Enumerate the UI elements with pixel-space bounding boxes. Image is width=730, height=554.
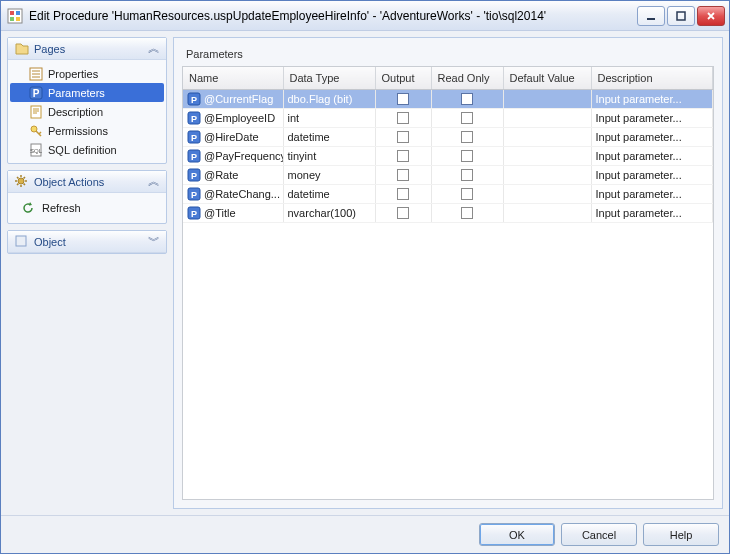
expand-icon: ︾ [148,233,160,250]
gear-icon [14,174,30,190]
svg-text:P: P [191,114,197,124]
cancel-button[interactable]: Cancel [561,523,637,546]
sidebar-item-label: Parameters [48,87,105,99]
output-checkbox[interactable] [380,169,427,181]
param-default [503,127,591,146]
readonly-checkbox[interactable] [436,150,499,162]
param-name: @Title [204,207,236,219]
pages-icon [14,41,30,57]
col-datatype[interactable]: Data Type [283,67,375,89]
col-output[interactable]: Output [375,67,431,89]
svg-text:P: P [191,171,197,181]
output-checkbox[interactable] [380,131,427,143]
sidebar-item-sql-definition[interactable]: SQL SQL definition [10,140,164,159]
param-datatype: datetime [283,184,375,203]
minimize-button[interactable] [637,6,665,26]
col-defaultvalue[interactable]: Default Value [503,67,591,89]
output-checkbox[interactable] [380,112,427,124]
param-name: @Rate [204,169,238,181]
svg-rect-4 [16,17,20,21]
sidebar-item-permissions[interactable]: Permissions [10,121,164,140]
object-panel-header[interactable]: Object ︾ [8,231,166,253]
col-description[interactable]: Description [591,67,713,89]
table-row[interactable]: P@RateChang...datetimeInput parameter... [183,184,713,203]
param-default [503,146,591,165]
svg-rect-3 [10,17,14,21]
readonly-checkbox[interactable] [436,169,499,181]
table-row[interactable]: P@RatemoneyInput parameter... [183,165,713,184]
object-actions-label: Object Actions [34,176,148,188]
parameter-icon: P [187,130,201,144]
pages-tree: Properties P Parameters Description Perm… [8,60,166,163]
table-row[interactable]: P@EmployeeIDintInput parameter... [183,108,713,127]
param-description: Input parameter... [591,127,713,146]
param-default [503,203,591,222]
table-row[interactable]: P@Titlenvarchar(100)Input parameter... [183,203,713,222]
permissions-icon [28,123,44,139]
svg-point-14 [18,178,24,184]
object-actions-panel: Object Actions ︽ Refresh [7,170,167,224]
object-panel-label: Object [34,236,148,248]
svg-rect-15 [16,236,26,246]
param-description: Input parameter... [591,184,713,203]
parameters-table[interactable]: Name Data Type Output Read Only Default … [183,67,713,223]
sidebar-item-label: SQL definition [48,144,117,156]
parameter-icon: P [187,168,201,182]
parameter-icon: P [187,206,201,220]
help-button[interactable]: Help [643,523,719,546]
param-name: @CurrentFlag [204,93,273,105]
svg-rect-10 [31,106,41,118]
svg-rect-6 [677,12,685,20]
svg-text:P: P [191,133,197,143]
col-readonly[interactable]: Read Only [431,67,503,89]
object-actions-header[interactable]: Object Actions ︽ [8,171,166,193]
col-name[interactable]: Name [183,67,283,89]
svg-text:P: P [191,95,197,105]
sidebar-item-description[interactable]: Description [10,102,164,121]
sidebar: Pages ︽ Properties P Parameters Descript… [7,37,167,509]
sidebar-item-parameters[interactable]: P Parameters [10,83,164,102]
readonly-checkbox[interactable] [436,131,499,143]
param-datatype: dbo.Flag (bit) [283,89,375,108]
param-name: @EmployeeID [204,112,275,124]
readonly-checkbox[interactable] [436,93,499,105]
param-description: Input parameter... [591,146,713,165]
svg-text:P: P [191,152,197,162]
description-icon [28,104,44,120]
param-datatype: int [283,108,375,127]
action-label: Refresh [42,202,81,214]
readonly-checkbox[interactable] [436,207,499,219]
output-checkbox[interactable] [380,207,427,219]
pages-panel-label: Pages [34,43,148,55]
table-row[interactable]: P@PayFrequencytinyintInput parameter... [183,146,713,165]
parameter-icon: P [187,149,201,163]
svg-text:P: P [191,209,197,219]
param-datatype: datetime [283,127,375,146]
param-datatype: tinyint [283,146,375,165]
main-pane: Parameters Name Data Type Output Read On… [173,37,723,509]
titlebar[interactable]: Edit Procedure 'HumanResources.uspUpdate… [1,1,729,31]
close-button[interactable] [697,6,725,26]
sql-icon: SQL [28,142,44,158]
param-default [503,108,591,127]
param-default [503,89,591,108]
action-refresh[interactable]: Refresh [10,197,164,219]
svg-rect-1 [10,11,14,15]
sidebar-item-properties[interactable]: Properties [10,64,164,83]
pages-panel: Pages ︽ Properties P Parameters Descript… [7,37,167,164]
param-default [503,184,591,203]
ok-button[interactable]: OK [479,523,555,546]
output-checkbox[interactable] [380,93,427,105]
param-datatype: money [283,165,375,184]
sidebar-item-label: Properties [48,68,98,80]
pages-panel-header[interactable]: Pages ︽ [8,38,166,60]
output-checkbox[interactable] [380,150,427,162]
readonly-checkbox[interactable] [436,188,499,200]
output-checkbox[interactable] [380,188,427,200]
app-icon [7,8,23,24]
table-row[interactable]: P@CurrentFlagdbo.Flag (bit)Input paramet… [183,89,713,108]
table-row[interactable]: P@HireDatedatetimeInput parameter... [183,127,713,146]
readonly-checkbox[interactable] [436,112,499,124]
maximize-button[interactable] [667,6,695,26]
parameters-icon: P [28,85,44,101]
